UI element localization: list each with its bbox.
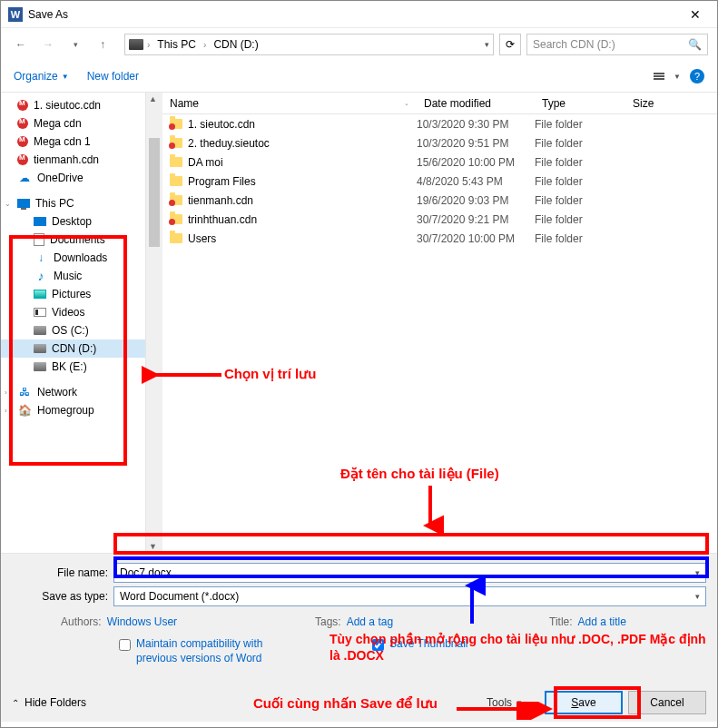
- chevron-down-icon: ▼: [516, 699, 523, 707]
- folder-icon: [170, 195, 182, 205]
- save-thumbnail-checkbox[interactable]: [372, 639, 384, 651]
- chevron-down-icon[interactable]: ▼: [674, 73, 681, 81]
- savetype-label: Save as type:: [12, 590, 113, 603]
- tree-item[interactable]: OS (C:): [1, 321, 145, 339]
- expand-icon[interactable]: ›: [5, 389, 7, 397]
- word-icon: W: [8, 7, 23, 22]
- sidebar-scrollbar[interactable]: ▲ ▼: [146, 93, 162, 553]
- organize-label: Organize: [14, 70, 58, 83]
- scroll-down-icon[interactable]: ▼: [149, 542, 157, 551]
- search-input[interactable]: Search CDN (D:) 🔍: [526, 34, 708, 55]
- tags-value[interactable]: Add a tag: [347, 615, 393, 628]
- view-options[interactable]: [654, 73, 664, 80]
- authors-value[interactable]: Windows User: [107, 615, 177, 628]
- refresh-button[interactable]: ⟳: [499, 34, 521, 55]
- title-value[interactable]: Add a title: [578, 615, 626, 628]
- tree-item[interactable]: Videos: [1, 303, 145, 321]
- tree-label: This PC: [35, 197, 74, 210]
- title-label: Title:: [549, 615, 573, 628]
- file-date: 30/7/2020 9:21 PM: [417, 213, 535, 226]
- col-name[interactable]: Name⌄: [162, 93, 417, 113]
- tree-item[interactable]: ›🏠Homegroup: [1, 401, 145, 419]
- file-view: Name⌄ Date modified Type Size 1. sieutoc…: [162, 93, 717, 553]
- tree-label: Downloads: [54, 251, 107, 264]
- chevron-up-icon: ⌃: [12, 698, 19, 708]
- maintain-compat-checkbox[interactable]: [119, 639, 131, 651]
- cancel-button[interactable]: Cancel: [628, 691, 706, 714]
- scrollbar-thumb[interactable]: [149, 138, 160, 247]
- close-button[interactable]: ✕: [681, 4, 710, 25]
- up-button[interactable]: ↑: [92, 34, 113, 55]
- tree-item[interactable]: tienmanh.cdn: [1, 151, 145, 169]
- col-date[interactable]: Date modified: [417, 93, 535, 113]
- filename-input[interactable]: Doc7.docx ▾: [113, 563, 706, 583]
- tree-item[interactable]: BK (E:): [1, 358, 145, 376]
- tree-item[interactable]: Mega cdn 1: [1, 133, 145, 151]
- tree-item[interactable]: ☁OneDrive: [1, 169, 145, 187]
- expand-icon[interactable]: ›: [5, 407, 7, 415]
- help-button[interactable]: ?: [690, 69, 704, 84]
- tree-label: CDN (D:): [52, 342, 96, 355]
- window-title: Save As: [28, 8, 681, 21]
- tree-label: OneDrive: [37, 172, 84, 184]
- tree-label: Mega cdn: [34, 117, 82, 130]
- tree-item[interactable]: Mega cdn: [1, 114, 145, 133]
- organize-menu[interactable]: Organize ▼: [14, 70, 69, 83]
- tree-item[interactable]: CDN (D:): [1, 339, 145, 358]
- expand-icon[interactable]: ⌄: [5, 200, 11, 208]
- file-type: File folder: [535, 175, 625, 188]
- scroll-up-icon[interactable]: ▲: [149, 94, 157, 103]
- tree-label: Pictures: [52, 288, 91, 300]
- breadcrumb-drive[interactable]: CDN (D:): [210, 36, 261, 53]
- savetype-dropdown[interactable]: Word Document (*.docx) ▾: [113, 586, 706, 606]
- tree-item[interactable]: ↓Downloads: [1, 249, 145, 267]
- file-row[interactable]: trinhthuan.cdn30/7/2020 9:21 PMFile fold…: [162, 210, 717, 229]
- folder-icon: [170, 119, 182, 129]
- address-bar[interactable]: › This PC › CDN (D:) ▾: [124, 34, 494, 55]
- column-headers: Name⌄ Date modified Type Size: [162, 93, 717, 114]
- tree-item[interactable]: Documents: [1, 231, 145, 249]
- file-row[interactable]: DA moi15/6/2020 10:00 PMFile folder: [162, 152, 717, 172]
- folder-icon: [170, 176, 182, 186]
- back-button[interactable]: ←: [10, 34, 32, 55]
- file-name: 1. sieutoc.cdn: [188, 118, 255, 131]
- authors-label: Authors:: [61, 615, 102, 628]
- tree-item[interactable]: ›🖧Network: [1, 383, 145, 401]
- col-type[interactable]: Type: [535, 93, 625, 113]
- forward-button[interactable]: →: [37, 34, 59, 55]
- tools-menu[interactable]: Tools ▼: [487, 696, 523, 709]
- breadcrumb-root[interactable]: This PC: [153, 36, 200, 53]
- file-row[interactable]: Users30/7/2020 10:00 PMFile folder: [162, 229, 717, 248]
- search-placeholder: Search CDN (D:): [533, 38, 615, 51]
- file-date: 10/3/2020 9:30 PM: [417, 118, 535, 131]
- tree-item-thispc[interactable]: ⌄This PC: [1, 194, 145, 212]
- chevron-down-icon[interactable]: ▾: [485, 40, 489, 49]
- file-name: tienmanh.cdn: [188, 194, 253, 207]
- filename-value: Doc7.docx: [120, 566, 172, 579]
- tree-item[interactable]: 1. sieutoc.cdn: [1, 96, 145, 114]
- tree-item[interactable]: Desktop: [1, 212, 145, 231]
- tree-item[interactable]: ♪Music: [1, 267, 145, 285]
- chevron-down-icon[interactable]: ▾: [695, 568, 700, 577]
- folder-icon: [170, 214, 182, 224]
- col-size[interactable]: Size: [625, 93, 698, 113]
- file-row[interactable]: tienmanh.cdn19/6/2020 9:03 PMFile folder: [162, 191, 717, 210]
- maintain-compat-label[interactable]: Maintain compatibility with previous ver…: [136, 637, 290, 665]
- file-row[interactable]: 2. theduy.sieutoc10/3/2020 9:51 PMFile f…: [162, 133, 717, 152]
- file-row[interactable]: 1. sieutoc.cdn10/3/2020 9:30 PMFile fold…: [162, 114, 717, 133]
- navbar: ← → ▾ ↑ › This PC › CDN (D:) ▾ ⟳ Search …: [1, 28, 717, 61]
- chevron-down-icon[interactable]: ▾: [695, 592, 700, 601]
- tree-label: tienmanh.cdn: [34, 153, 99, 166]
- file-type: File folder: [535, 194, 625, 207]
- new-folder-button[interactable]: New folder: [87, 70, 139, 83]
- save-thumbnail-label[interactable]: Save Thumbnail: [389, 637, 468, 652]
- recent-dropdown[interactable]: ▾: [64, 34, 86, 55]
- hide-folders-toggle[interactable]: ⌃ Hide Folders: [12, 696, 86, 709]
- save-button[interactable]: Save: [545, 691, 623, 714]
- folder-icon: [170, 138, 182, 148]
- drive-icon: [129, 39, 143, 50]
- folder-icon: [170, 233, 182, 243]
- file-row[interactable]: Program Files4/8/2020 5:43 PMFile folder: [162, 172, 717, 191]
- tree-item[interactable]: Pictures: [1, 285, 145, 303]
- file-type: File folder: [535, 213, 625, 226]
